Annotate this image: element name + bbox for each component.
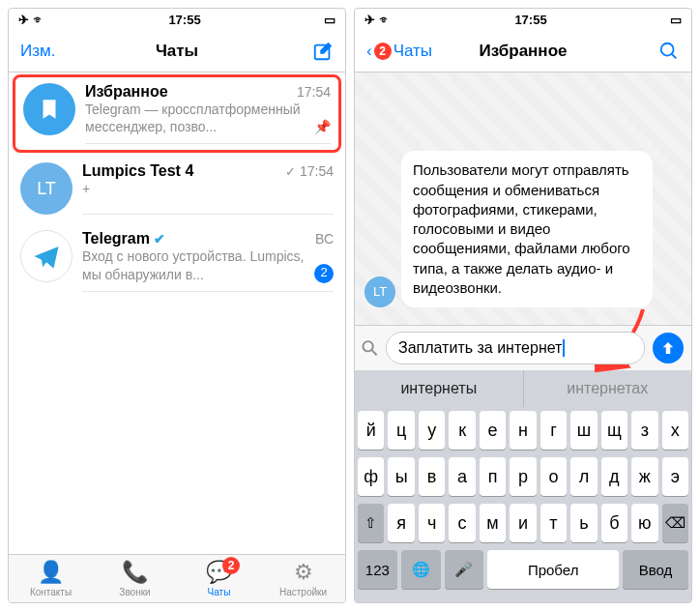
chat-time: 17:54	[297, 84, 331, 100]
chat-row-telegram[interactable]: Telegram ✔︎ ВС Вход с нового устройства.…	[9, 222, 345, 299]
airplane-icon: ✈︎	[18, 13, 29, 27]
input-text: Заплатить за интернет	[398, 339, 562, 357]
attach-button[interactable]: ⚲	[356, 334, 385, 363]
key-ж[interactable]: ж	[631, 457, 657, 496]
key-ю[interactable]: ю	[631, 504, 657, 542]
tab-calls[interactable]: 📞 Звонки	[93, 555, 177, 602]
key-🎤[interactable]: 🎤	[445, 550, 484, 589]
key-о[interactable]: о	[540, 457, 567, 496]
key-р[interactable]: р	[510, 457, 536, 496]
key-й[interactable]: й	[358, 411, 384, 450]
key-щ[interactable]: щ	[601, 411, 627, 450]
pin-icon: 📌	[314, 118, 331, 135]
key-⌫[interactable]: ⌫	[662, 504, 688, 542]
key-в[interactable]: в	[419, 457, 445, 496]
battery-icon: ▭	[324, 13, 335, 27]
edit-button[interactable]: Изм.	[20, 42, 55, 61]
nav-bar-chat: ‹ 2 Чаты Избранное	[355, 30, 691, 73]
key-б[interactable]: б	[601, 504, 627, 542]
suggestion-bar: интернеты интернетах	[355, 370, 691, 407]
key-е[interactable]: е	[480, 411, 506, 450]
chat-time: ✓ 17:54	[285, 163, 334, 179]
key-г[interactable]: г	[540, 411, 567, 450]
suggestion[interactable]: интернеты	[355, 370, 524, 407]
airplane-icon: ✈︎	[365, 13, 375, 27]
tab-settings[interactable]: ⚙︎ Настройки	[261, 555, 345, 602]
send-button[interactable]	[653, 333, 684, 364]
key-ы[interactable]: ы	[388, 457, 414, 496]
message-bubble[interactable]: LT Пользователи могут отправлять сообщен…	[401, 151, 653, 307]
unread-badge: 2	[314, 264, 334, 283]
keyboard: йцукенгшщзх фывапролджэ ⇧ячсмитьбю⌫ 123🌐…	[355, 407, 691, 602]
key-н[interactable]: н	[510, 411, 536, 450]
key-т[interactable]: т	[540, 504, 567, 542]
message-input[interactable]: Заплатить за интернет	[386, 332, 645, 364]
status-bar: ✈︎ ᯤ 17:55 ▭	[355, 9, 691, 30]
wifi-icon: ᯤ	[379, 13, 392, 27]
key-к[interactable]: к	[449, 411, 475, 450]
key-Ввод[interactable]: Ввод	[623, 550, 688, 589]
svg-point-1	[661, 43, 674, 55]
chat-row-saved[interactable]: Избранное 17:54 Telegram — кроссплатформ…	[13, 74, 341, 153]
battery-icon: ▭	[670, 13, 682, 27]
search-icon	[658, 41, 680, 62]
search-button[interactable]	[658, 41, 680, 62]
tab-contacts[interactable]: 👤 Контакты	[9, 555, 93, 602]
arrow-up-icon	[659, 339, 677, 357]
saved-messages-icon	[23, 83, 75, 135]
tab-label: Контакты	[30, 587, 72, 597]
chat-time: ВС	[315, 231, 334, 247]
phone-chats-list: ✈︎ ᯤ 17:55 ▭ Изм. Чаты Избранное 17:54 T…	[8, 8, 346, 603]
text-cursor	[563, 339, 565, 357]
key-у[interactable]: у	[419, 411, 445, 450]
key-д[interactable]: д	[601, 457, 627, 496]
avatar: LT	[365, 276, 395, 307]
key-Пробел[interactable]: Пробел	[487, 550, 619, 589]
tab-label: Чаты	[208, 587, 231, 597]
chat-list: Избранное 17:54 Telegram — кроссплатформ…	[9, 73, 345, 554]
contacts-icon: 👤	[38, 560, 64, 585]
gear-icon: ⚙︎	[294, 560, 313, 585]
tab-label: Настройки	[279, 587, 327, 597]
key-⇧[interactable]: ⇧	[358, 504, 384, 542]
compose-button[interactable]	[312, 41, 334, 62]
tab-label: Звонки	[119, 587, 150, 597]
key-ш[interactable]: ш	[570, 411, 597, 450]
key-ч[interactable]: ч	[419, 504, 445, 542]
status-time: 17:55	[168, 13, 200, 27]
chat-name: Lumpics Test 4	[82, 162, 193, 180]
key-🌐[interactable]: 🌐	[401, 550, 441, 589]
key-ф[interactable]: ф	[358, 457, 384, 496]
chat-preview: Вход с нового устройства. Lumpics, мы об…	[82, 247, 314, 282]
key-м[interactable]: м	[480, 504, 506, 542]
key-а[interactable]: а	[449, 457, 475, 496]
key-и[interactable]: и	[510, 504, 536, 542]
message-text: Пользователи могут отправлять сообщения …	[413, 161, 630, 296]
back-button[interactable]: ‹ 2 Чаты	[366, 42, 432, 61]
tab-badge: 2	[222, 557, 240, 574]
key-с[interactable]: с	[449, 504, 475, 542]
key-ь[interactable]: ь	[570, 504, 597, 542]
chat-name: Telegram ✔︎	[82, 230, 165, 247]
key-э[interactable]: э	[662, 457, 688, 496]
back-label: Чаты	[394, 42, 432, 61]
back-badge: 2	[374, 43, 392, 60]
chat-preview: Telegram — кроссплатформенный мессенджер…	[85, 101, 314, 135]
key-ц[interactable]: ц	[388, 411, 414, 450]
verified-icon: ✔︎	[154, 231, 165, 247]
nav-bar-chats: Изм. Чаты	[9, 30, 345, 73]
key-п[interactable]: п	[480, 457, 506, 496]
tab-chats[interactable]: 💬 2 Чаты	[177, 555, 261, 602]
chat-name: Избранное	[85, 83, 168, 101]
chat-row-lumpics[interactable]: LT Lumpics Test 4 ✓ 17:54 +	[9, 155, 345, 222]
key-л[interactable]: л	[570, 457, 597, 496]
suggestion[interactable]: интернетах	[524, 370, 692, 407]
message-area[interactable]: LT Пользователи могут отправлять сообщен…	[355, 73, 691, 325]
key-з[interactable]: з	[631, 411, 657, 450]
key-я[interactable]: я	[388, 504, 414, 542]
nav-title: Избранное	[480, 42, 568, 61]
key-х[interactable]: х	[662, 411, 688, 450]
wifi-icon: ᯤ	[33, 13, 45, 27]
tab-bar: 👤 Контакты 📞 Звонки 💬 2 Чаты ⚙︎ Настройк…	[9, 554, 345, 602]
key-123[interactable]: 123	[358, 550, 397, 589]
